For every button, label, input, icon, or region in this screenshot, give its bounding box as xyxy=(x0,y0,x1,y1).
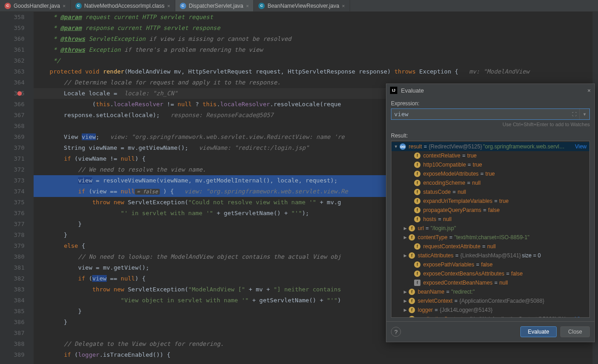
close-icon[interactable]: × xyxy=(587,87,591,94)
tab-label: BeanNameViewResolver.java xyxy=(267,3,339,9)
tab-nativemethod[interactable]: CNativeMethodAccessorImpl.class× xyxy=(71,0,175,11)
java-file-icon: C xyxy=(180,3,186,9)
line-gutter: 3583593603613623633643653663673683693703… xyxy=(0,12,34,364)
tab-label: DispatcherServlet.java xyxy=(189,3,243,9)
tab-beannameview[interactable]: CBeanNameViewResolver.java× xyxy=(254,0,350,11)
result-field[interactable]: ▶furl = "/login.jsp" xyxy=(391,224,589,233)
result-field[interactable]: frequestContextAttribute = null xyxy=(391,242,589,251)
result-field[interactable]: fpropagateQueryParams = false xyxy=(391,206,589,215)
watches-hint: Use Ctrl+Shift+Enter to add to Watches xyxy=(391,122,590,127)
close-icon[interactable]: × xyxy=(342,3,345,9)
result-field[interactable]: ▶fservletContext = {ApplicationContextFa… xyxy=(391,296,589,305)
result-field[interactable]: fexposeModelAttributes = true xyxy=(391,169,589,178)
expand-icon[interactable]: ⛶ xyxy=(569,109,579,119)
popup-footer: ? Evaluate Close xyxy=(386,321,594,342)
result-field[interactable]: ▶fcontentType = "text/html;charset=ISO-8… xyxy=(391,233,589,242)
dropdown-icon[interactable]: ▼ xyxy=(579,109,589,119)
result-field[interactable]: fcontextRelative = true xyxy=(391,151,589,160)
result-field[interactable]: fexposeContextBeansAsAttributes = false xyxy=(391,269,589,278)
result-field[interactable]: ▶fapplicationContext = {XmlWebApplicatio… xyxy=(391,315,589,318)
tab-label: GoodsHandler.java xyxy=(14,3,60,9)
result-tree[interactable]: ▼ooresult = {RedirectView@5125} "org.spr… xyxy=(391,141,590,318)
result-field[interactable]: fstatusCode = null xyxy=(391,187,589,197)
class-file-icon: C xyxy=(75,3,82,9)
result-label: Result: xyxy=(391,133,590,139)
tab-dispatcherservlet[interactable]: CDispatcherServlet.java× xyxy=(175,0,254,11)
help-button[interactable]: ? xyxy=(391,327,401,337)
result-field[interactable]: fexposedContextBeanNames = null xyxy=(391,278,589,287)
intellij-logo-icon: IJ xyxy=(390,87,397,94)
result-field[interactable]: fhttp10Compatible = true xyxy=(391,160,589,169)
result-field[interactable]: fhosts = null xyxy=(391,215,589,224)
java-file-icon: C xyxy=(258,3,265,9)
java-file-icon: C xyxy=(5,3,11,9)
expression-field: ⛶ ▼ xyxy=(391,108,590,120)
popup-title: Evaluate xyxy=(401,87,424,94)
result-field[interactable]: fexposePathVariables = false xyxy=(391,260,589,269)
tab-goodshandler[interactable]: CGoodsHandler.java× xyxy=(0,0,71,11)
result-field[interactable]: fencodingScheme = null xyxy=(391,178,589,187)
result-field[interactable]: ▶fstaticAttributes = {LinkedHashMap@5141… xyxy=(391,251,589,260)
popup-title-bar: IJ Evaluate × xyxy=(386,84,594,97)
evaluate-button[interactable]: Evaluate xyxy=(520,326,557,337)
close-button[interactable]: Close xyxy=(560,326,590,337)
close-icon[interactable]: × xyxy=(63,3,65,9)
evaluate-popup: IJ Evaluate × Expression: ⛶ ▼ Use Ctrl+S… xyxy=(386,84,595,342)
result-field[interactable]: ▶flogger = {Jdk14Logger@5143} xyxy=(391,305,589,315)
expression-label: Expression: xyxy=(391,100,590,107)
result-field[interactable]: fexpandUriTemplateVariables = true xyxy=(391,197,589,206)
expression-input[interactable] xyxy=(391,109,569,119)
tab-label: NativeMethodAccessorImpl.class xyxy=(84,3,165,9)
close-icon[interactable]: × xyxy=(246,3,249,9)
close-icon[interactable]: × xyxy=(167,3,170,9)
result-field[interactable]: ▶fbeanName = "redirect:" xyxy=(391,287,589,296)
editor-tabs: CGoodsHandler.java× CNativeMethodAccesso… xyxy=(0,0,598,12)
result-root[interactable]: ▼ooresult = {RedirectView@5125} "org.spr… xyxy=(391,142,589,151)
